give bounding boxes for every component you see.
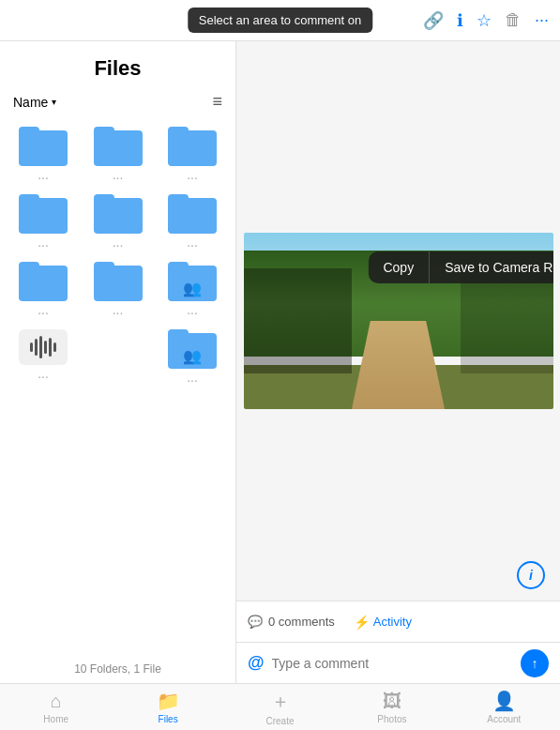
bottom-nav: ⌂ Home 📁 Files ＋ Create 🖼 Photos 👤 Accou…: [0, 683, 560, 730]
folder-dots-icon[interactable]: ···: [187, 373, 198, 388]
nav-label-photos: Photos: [377, 714, 406, 724]
comment-section: 💬 0 comments: [248, 615, 335, 629]
shared-folder-icon: 👥: [168, 262, 217, 301]
list-item[interactable]: ···: [9, 326, 77, 391]
right-panel: Copy Save to Camera Roll Open in... i 💬 …: [236, 41, 560, 683]
nav-label-create: Create: [266, 716, 295, 726]
files-title: Files: [0, 41, 235, 88]
files-icon: 📁: [157, 690, 180, 712]
folder-icon: [94, 127, 143, 166]
activity-section[interactable]: ⚡ Activity: [354, 615, 412, 630]
list-item[interactable]: ···: [9, 258, 77, 324]
audio-waveform-icon: [30, 336, 56, 358]
send-arrow-icon: ↑: [532, 656, 538, 671]
nav-item-files[interactable]: 📁 Files: [112, 690, 223, 724]
folder-row: ··· ··· ···: [9, 190, 226, 256]
nav-item-photos[interactable]: 🖼 Photos: [336, 691, 447, 724]
nav-label-files: Files: [159, 714, 178, 724]
photo-context-menu: Copy Save to Camera Roll Open in...: [368, 251, 552, 283]
folder-icon: [168, 127, 217, 166]
activity-label: Activity: [373, 615, 412, 629]
tooltip: Select an area to comment on: [188, 8, 372, 33]
comment-input[interactable]: [272, 656, 513, 671]
link-icon[interactable]: 🔗: [423, 10, 444, 31]
files-header: Name ▾ ≡: [0, 88, 235, 119]
folder-dots-icon[interactable]: ···: [38, 369, 49, 384]
nav-item-create[interactable]: ＋ Create: [224, 689, 336, 726]
send-button[interactable]: ↑: [521, 649, 549, 677]
list-item[interactable]: 👥 ···: [159, 326, 226, 391]
comment-input-bar: @ ↑: [236, 642, 560, 683]
folder-icon: [168, 194, 217, 234]
folder-row: ··· 👥 ···: [9, 326, 226, 391]
left-panel: Files Name ▾ ≡ ···: [0, 41, 236, 683]
more-icon[interactable]: ···: [535, 10, 549, 30]
list-view-icon[interactable]: ≡: [212, 92, 222, 112]
comments-activity-bar: 💬 0 comments ⚡ Activity: [236, 601, 560, 642]
list-item[interactable]: ···: [159, 190, 226, 256]
info-icon[interactable]: ℹ: [457, 10, 463, 31]
list-item[interactable]: ···: [84, 190, 152, 256]
audio-icon-box: [19, 329, 68, 365]
folder-row: ··· ··· 👥 ·: [9, 258, 226, 324]
folder-icon: [19, 262, 68, 301]
folder-icon: [94, 194, 143, 234]
nav-label-account: Account: [487, 714, 521, 724]
info-button[interactable]: i: [517, 561, 545, 589]
folder-dots-icon[interactable]: ···: [113, 305, 124, 320]
shared-people-icon: 👥: [183, 280, 202, 297]
sort-arrow-icon: ▾: [52, 97, 56, 107]
shared-folder-icon: 👥: [168, 329, 217, 369]
photos-icon: 🖼: [383, 691, 401, 712]
comment-bubble-icon: 💬: [248, 615, 263, 629]
list-item[interactable]: 👥 ···: [159, 258, 226, 324]
copy-button[interactable]: Copy: [368, 251, 430, 283]
folder-dots-icon[interactable]: ···: [187, 237, 198, 252]
files-count: 10 Folders, 1 File: [0, 657, 235, 683]
list-item[interactable]: ···: [84, 258, 152, 324]
top-bar: Select an area to comment on 🔗 ℹ ☆ 🗑 ···: [0, 0, 560, 41]
folder-dots-icon[interactable]: ···: [187, 305, 198, 320]
folder-dots-icon[interactable]: ···: [38, 305, 49, 320]
files-grid: ··· ··· ···: [0, 119, 235, 657]
folder-dots-icon[interactable]: ···: [38, 170, 49, 185]
home-icon: ⌂: [51, 691, 62, 712]
photo-area: Copy Save to Camera Roll Open in... i: [236, 41, 560, 601]
account-icon: 👤: [492, 690, 516, 712]
shadow-right: [461, 268, 553, 374]
photo-container: Copy Save to Camera Roll Open in... i: [236, 41, 560, 601]
nav-item-home[interactable]: ⌂ Home: [0, 691, 112, 724]
sort-label: Name: [13, 95, 48, 110]
comment-count: 0 comments: [268, 615, 335, 629]
split-layout: Files Name ▾ ≡ ···: [0, 41, 560, 683]
nav-label-home: Home: [43, 714, 68, 724]
list-item[interactable]: ···: [159, 123, 226, 189]
folder-icon: [19, 194, 68, 234]
shared-people-icon: 👥: [183, 347, 202, 365]
folder-dots-icon[interactable]: ···: [113, 170, 124, 185]
trash-icon[interactable]: 🗑: [505, 10, 522, 30]
list-item[interactable]: ···: [9, 190, 77, 256]
at-icon: @: [248, 653, 265, 673]
folder-dots-icon[interactable]: ···: [187, 170, 198, 185]
top-bar-actions: 🔗 ℹ ☆ 🗑 ···: [423, 10, 549, 31]
list-item[interactable]: ···: [9, 123, 77, 189]
folder-dots-icon[interactable]: ···: [113, 237, 124, 252]
save-to-camera-roll-button[interactable]: Save to Camera Roll: [430, 251, 552, 283]
park-photo[interactable]: Copy Save to Camera Roll Open in...: [244, 233, 553, 409]
sort-button[interactable]: Name ▾: [13, 95, 56, 110]
folder-row: ··· ··· ···: [9, 123, 226, 189]
create-icon: ＋: [271, 689, 290, 714]
list-item[interactable]: ···: [84, 123, 152, 189]
folder-dots-icon[interactable]: ···: [38, 237, 49, 252]
nav-item-account[interactable]: 👤 Account: [448, 690, 560, 724]
folder-icon: [94, 262, 143, 301]
star-icon[interactable]: ☆: [477, 10, 492, 31]
shadow-left: [244, 268, 353, 374]
folder-icon: [19, 127, 68, 166]
lightning-icon: ⚡: [354, 615, 370, 630]
